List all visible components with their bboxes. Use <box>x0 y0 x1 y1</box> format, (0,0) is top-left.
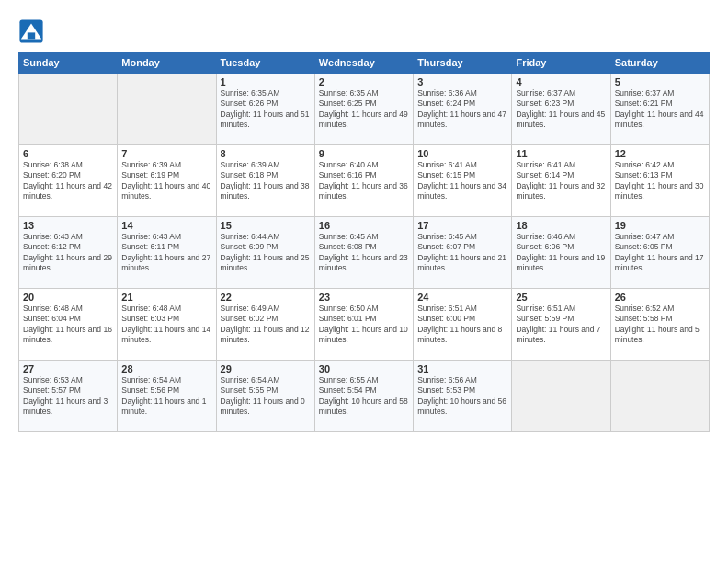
day-info: Sunrise: 6:56 AMSunset: 5:53 PMDaylight:… <box>417 375 507 418</box>
calendar-cell: 8Sunrise: 6:39 AMSunset: 6:18 PMDaylight… <box>216 145 314 217</box>
day-info: Sunrise: 6:36 AMSunset: 6:24 PMDaylight:… <box>417 88 507 131</box>
day-number: 4 <box>516 76 606 87</box>
calendar-cell: 16Sunrise: 6:45 AMSunset: 6:08 PMDayligh… <box>314 217 413 289</box>
day-info: Sunrise: 6:45 AMSunset: 6:07 PMDaylight:… <box>417 232 507 274</box>
day-info: Sunrise: 6:54 AMSunset: 5:56 PMDaylight:… <box>121 375 211 418</box>
day-info: Sunrise: 6:47 AMSunset: 6:05 PMDaylight:… <box>615 232 705 274</box>
calendar-week-3: 13Sunrise: 6:43 AMSunset: 6:12 PMDayligh… <box>19 217 710 289</box>
day-number: 30 <box>319 363 409 374</box>
calendar-table: SundayMondayTuesdayWednesdayThursdayFrid… <box>18 52 710 432</box>
day-info: Sunrise: 6:48 AMSunset: 6:04 PMDaylight:… <box>23 304 113 346</box>
day-info: Sunrise: 6:55 AMSunset: 5:54 PMDaylight:… <box>319 375 409 418</box>
day-number: 23 <box>319 292 409 303</box>
calendar-cell: 21Sunrise: 6:48 AMSunset: 6:03 PMDayligh… <box>118 289 216 361</box>
day-number: 9 <box>319 148 409 159</box>
day-number: 6 <box>23 148 113 159</box>
calendar-cell: 24Sunrise: 6:51 AMSunset: 6:00 PMDayligh… <box>414 289 512 361</box>
svg-rect-2 <box>28 32 35 39</box>
calendar-week-5: 27Sunrise: 6:53 AMSunset: 5:57 PMDayligh… <box>19 361 710 432</box>
calendar-cell: 9Sunrise: 6:40 AMSunset: 6:16 PMDaylight… <box>314 145 413 217</box>
logo-icon <box>18 18 44 44</box>
day-number: 1 <box>221 76 311 87</box>
day-info: Sunrise: 6:52 AMSunset: 5:58 PMDaylight:… <box>615 304 705 346</box>
calendar-cell: 25Sunrise: 6:51 AMSunset: 5:59 PMDayligh… <box>512 289 610 361</box>
day-number: 12 <box>615 148 705 159</box>
day-info: Sunrise: 6:44 AMSunset: 6:09 PMDaylight:… <box>221 232 311 274</box>
day-info: Sunrise: 6:41 AMSunset: 6:14 PMDaylight:… <box>516 160 606 202</box>
day-info: Sunrise: 6:37 AMSunset: 6:21 PMDaylight:… <box>615 88 705 131</box>
day-number: 7 <box>121 148 211 159</box>
weekday-monday: Monday <box>118 52 216 74</box>
weekday-saturday: Saturday <box>610 52 709 74</box>
day-info: Sunrise: 6:51 AMSunset: 6:00 PMDaylight:… <box>417 304 507 346</box>
calendar-cell: 2Sunrise: 6:35 AMSunset: 6:25 PMDaylight… <box>314 74 413 145</box>
day-info: Sunrise: 6:49 AMSunset: 6:02 PMDaylight:… <box>221 304 311 346</box>
day-info: Sunrise: 6:43 AMSunset: 6:11 PMDaylight:… <box>121 232 211 274</box>
calendar-cell: 6Sunrise: 6:38 AMSunset: 6:20 PMDaylight… <box>19 145 118 217</box>
weekday-sunday: Sunday <box>19 52 118 74</box>
calendar-cell: 15Sunrise: 6:44 AMSunset: 6:09 PMDayligh… <box>216 217 314 289</box>
calendar-cell: 26Sunrise: 6:52 AMSunset: 5:58 PMDayligh… <box>610 289 709 361</box>
day-number: 31 <box>417 363 507 374</box>
day-number: 25 <box>516 292 606 303</box>
day-info: Sunrise: 6:38 AMSunset: 6:20 PMDaylight:… <box>23 160 113 202</box>
day-info: Sunrise: 6:42 AMSunset: 6:13 PMDaylight:… <box>615 160 705 202</box>
calendar-cell <box>19 74 118 145</box>
calendar-cell: 3Sunrise: 6:36 AMSunset: 6:24 PMDaylight… <box>414 74 512 145</box>
logo <box>18 18 48 44</box>
weekday-wednesday: Wednesday <box>314 52 413 74</box>
calendar-cell: 17Sunrise: 6:45 AMSunset: 6:07 PMDayligh… <box>414 217 512 289</box>
calendar-week-4: 20Sunrise: 6:48 AMSunset: 6:04 PMDayligh… <box>19 289 710 361</box>
day-number: 8 <box>221 148 311 159</box>
day-info: Sunrise: 6:48 AMSunset: 6:03 PMDaylight:… <box>121 304 211 346</box>
day-number: 26 <box>615 292 705 303</box>
day-info: Sunrise: 6:39 AMSunset: 6:18 PMDaylight:… <box>221 160 311 202</box>
day-info: Sunrise: 6:35 AMSunset: 6:26 PMDaylight:… <box>221 88 311 131</box>
day-info: Sunrise: 6:35 AMSunset: 6:25 PMDaylight:… <box>319 88 409 131</box>
day-info: Sunrise: 6:51 AMSunset: 5:59 PMDaylight:… <box>516 304 606 346</box>
calendar-cell: 28Sunrise: 6:54 AMSunset: 5:56 PMDayligh… <box>118 361 216 432</box>
calendar-cell: 14Sunrise: 6:43 AMSunset: 6:11 PMDayligh… <box>118 217 216 289</box>
day-number: 27 <box>23 363 113 374</box>
calendar-cell: 20Sunrise: 6:48 AMSunset: 6:04 PMDayligh… <box>19 289 118 361</box>
day-info: Sunrise: 6:54 AMSunset: 5:55 PMDaylight:… <box>221 375 311 418</box>
day-number: 21 <box>121 292 211 303</box>
calendar-cell: 30Sunrise: 6:55 AMSunset: 5:54 PMDayligh… <box>314 361 413 432</box>
calendar-cell: 10Sunrise: 6:41 AMSunset: 6:15 PMDayligh… <box>414 145 512 217</box>
calendar-cell: 29Sunrise: 6:54 AMSunset: 5:55 PMDayligh… <box>216 361 314 432</box>
calendar-cell: 18Sunrise: 6:46 AMSunset: 6:06 PMDayligh… <box>512 217 610 289</box>
day-number: 20 <box>23 292 113 303</box>
day-number: 3 <box>417 76 507 87</box>
calendar-cell: 1Sunrise: 6:35 AMSunset: 6:26 PMDaylight… <box>216 74 314 145</box>
day-number: 11 <box>516 148 606 159</box>
calendar-cell <box>512 361 610 432</box>
calendar-cell <box>610 361 709 432</box>
calendar-cell: 11Sunrise: 6:41 AMSunset: 6:14 PMDayligh… <box>512 145 610 217</box>
calendar-cell: 22Sunrise: 6:49 AMSunset: 6:02 PMDayligh… <box>216 289 314 361</box>
day-info: Sunrise: 6:39 AMSunset: 6:19 PMDaylight:… <box>121 160 211 202</box>
calendar-cell: 7Sunrise: 6:39 AMSunset: 6:19 PMDaylight… <box>118 145 216 217</box>
day-number: 18 <box>516 220 606 231</box>
calendar-cell: 23Sunrise: 6:50 AMSunset: 6:01 PMDayligh… <box>314 289 413 361</box>
weekday-friday: Friday <box>512 52 610 74</box>
day-number: 19 <box>615 220 705 231</box>
day-info: Sunrise: 6:40 AMSunset: 6:16 PMDaylight:… <box>319 160 409 202</box>
day-info: Sunrise: 6:53 AMSunset: 5:57 PMDaylight:… <box>23 375 113 418</box>
day-number: 14 <box>121 220 211 231</box>
day-number: 5 <box>615 76 705 87</box>
day-info: Sunrise: 6:43 AMSunset: 6:12 PMDaylight:… <box>23 232 113 274</box>
day-number: 2 <box>319 76 409 87</box>
day-info: Sunrise: 6:45 AMSunset: 6:08 PMDaylight:… <box>319 232 409 274</box>
calendar-cell: 19Sunrise: 6:47 AMSunset: 6:05 PMDayligh… <box>610 217 709 289</box>
calendar-cell: 12Sunrise: 6:42 AMSunset: 6:13 PMDayligh… <box>610 145 709 217</box>
day-info: Sunrise: 6:50 AMSunset: 6:01 PMDaylight:… <box>319 304 409 346</box>
day-number: 15 <box>221 220 311 231</box>
day-info: Sunrise: 6:37 AMSunset: 6:23 PMDaylight:… <box>516 88 606 131</box>
calendar-cell: 31Sunrise: 6:56 AMSunset: 5:53 PMDayligh… <box>414 361 512 432</box>
day-number: 29 <box>221 363 311 374</box>
calendar-body: 1Sunrise: 6:35 AMSunset: 6:26 PMDaylight… <box>19 74 710 432</box>
day-number: 24 <box>417 292 507 303</box>
day-number: 16 <box>319 220 409 231</box>
weekday-tuesday: Tuesday <box>216 52 314 74</box>
weekday-thursday: Thursday <box>414 52 512 74</box>
